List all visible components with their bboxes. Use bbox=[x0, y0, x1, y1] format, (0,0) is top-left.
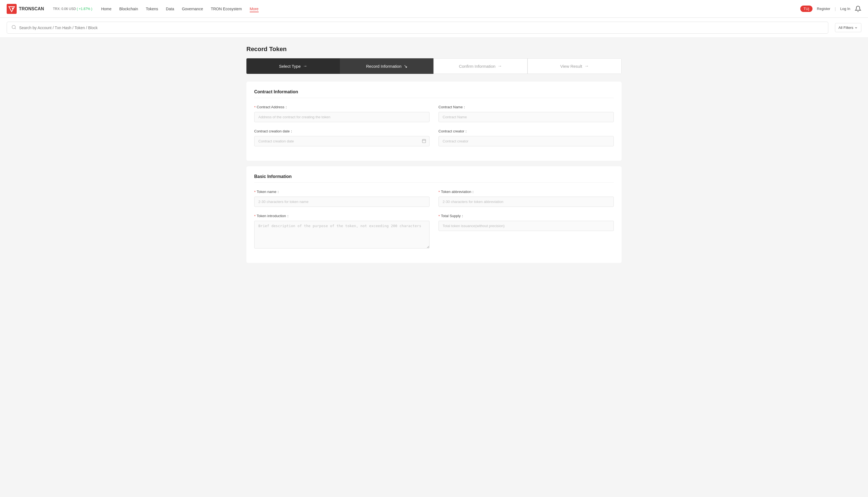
step-4-arrow: → bbox=[584, 63, 589, 69]
register-link[interactable]: Register bbox=[817, 7, 830, 11]
total-supply-group: * Total Supply： bbox=[439, 214, 614, 248]
step-1-label: Select Type bbox=[279, 64, 300, 69]
contract-creator-group: Contract creator： bbox=[439, 129, 614, 146]
step-3-arrow: → bbox=[498, 63, 502, 69]
token-name-label: * Token name： bbox=[254, 189, 429, 194]
step-2-arrow: ↘ bbox=[404, 63, 407, 69]
contract-row-1: * Contract Address： Contract Name： bbox=[254, 105, 614, 122]
contract-address-required: * bbox=[254, 105, 255, 109]
basic-section-title: Basic Information bbox=[254, 174, 614, 183]
contract-address-label: * Contract Address： bbox=[254, 105, 429, 110]
user-badge[interactable]: TUj bbox=[800, 5, 812, 12]
contract-creator-label: Contract creator： bbox=[439, 129, 614, 134]
search-input[interactable] bbox=[19, 26, 824, 30]
svg-rect-0 bbox=[7, 4, 17, 14]
trx-price: TRX: 0.06 USD ( +1.87% ) bbox=[53, 7, 92, 11]
svg-point-3 bbox=[12, 25, 15, 29]
contract-row-2: Contract creation date： bbox=[254, 129, 614, 146]
step-1-arrow: → bbox=[303, 63, 307, 69]
main-content: Record Token Select Type → Record Inform… bbox=[240, 38, 628, 276]
basic-information-section: Basic Information * Token name： * Token … bbox=[246, 166, 622, 263]
total-supply-input[interactable] bbox=[439, 221, 614, 231]
contract-creation-date-group: Contract creation date： bbox=[254, 129, 429, 146]
token-name-required: * bbox=[254, 190, 255, 194]
contract-address-input[interactable] bbox=[254, 112, 429, 122]
step-view-result[interactable]: View Result → bbox=[528, 58, 622, 74]
contract-name-label: Contract Name： bbox=[439, 105, 614, 110]
contract-creation-date-wrap bbox=[254, 136, 429, 146]
login-link[interactable]: Log In bbox=[840, 7, 850, 11]
token-introduction-label: * Token introduction： bbox=[254, 214, 429, 218]
step-3-label: Confirm Information bbox=[459, 64, 496, 69]
chevron-down-icon bbox=[854, 26, 858, 29]
token-abbreviation-input[interactable] bbox=[439, 197, 614, 207]
basic-row-1: * Token name： * Token abbreviation： bbox=[254, 189, 614, 207]
token-abbreviation-label: * Token abbreviation： bbox=[439, 189, 614, 194]
notification-icon[interactable] bbox=[855, 5, 861, 12]
contract-address-group: * Contract Address： bbox=[254, 105, 429, 122]
nav-tokens[interactable]: Tokens bbox=[146, 5, 158, 12]
token-name-group: * Token name： bbox=[254, 189, 429, 207]
page-title: Record Token bbox=[246, 45, 622, 53]
total-supply-required: * bbox=[439, 214, 440, 218]
step-record-information[interactable]: Record Information ↘ bbox=[340, 58, 433, 74]
contract-section-title: Contract Information bbox=[254, 89, 614, 98]
token-introduction-input[interactable] bbox=[254, 221, 429, 248]
nav-home[interactable]: Home bbox=[101, 5, 111, 12]
header-right: TUj Register | Log In bbox=[800, 5, 861, 12]
step-confirm-information[interactable]: Confirm Information → bbox=[433, 58, 528, 74]
main-nav: Home Blockchain Tokens Data Governance T… bbox=[101, 5, 800, 12]
nav-data[interactable]: Data bbox=[166, 5, 174, 12]
search-bar bbox=[7, 22, 828, 33]
step-4-label: View Result bbox=[560, 64, 582, 69]
basic-row-2: * Token introduction： * Total Supply： bbox=[254, 214, 614, 248]
stepper: Select Type → Record Information ↘ Confi… bbox=[246, 58, 622, 74]
nav-governance[interactable]: Governance bbox=[182, 5, 203, 12]
step-select-type[interactable]: Select Type → bbox=[246, 58, 340, 74]
token-name-input[interactable] bbox=[254, 197, 429, 207]
total-supply-label: * Total Supply： bbox=[439, 214, 614, 218]
header-divider: | bbox=[835, 7, 836, 11]
logo-text: TRONSCAN bbox=[19, 6, 44, 11]
contract-creation-date-input[interactable] bbox=[254, 136, 429, 146]
trx-price-block: TRX: 0.06 USD ( +1.87% ) bbox=[53, 7, 92, 11]
token-introduction-required: * bbox=[254, 214, 255, 218]
contract-name-input[interactable] bbox=[439, 112, 614, 122]
search-bar-wrap: All Filters bbox=[0, 18, 868, 38]
token-introduction-group: * Token introduction： bbox=[254, 214, 429, 248]
contract-creation-date-label: Contract creation date： bbox=[254, 129, 429, 134]
contract-creator-input[interactable] bbox=[439, 136, 614, 146]
step-2-label: Record Information bbox=[366, 64, 401, 69]
nav-blockchain[interactable]: Blockchain bbox=[119, 5, 138, 12]
header: TRONSCAN TRX: 0.06 USD ( +1.87% ) Home B… bbox=[0, 0, 868, 18]
logo[interactable]: TRONSCAN bbox=[7, 4, 44, 14]
contract-information-section: Contract Information * Contract Address：… bbox=[246, 82, 622, 161]
nav-tron-ecosystem[interactable]: TRON Ecosystem bbox=[211, 5, 242, 12]
svg-line-4 bbox=[15, 28, 16, 29]
contract-name-group: Contract Name： bbox=[439, 105, 614, 122]
nav-more[interactable]: More bbox=[250, 5, 259, 12]
all-filters-label: All Filters bbox=[839, 26, 853, 30]
logo-icon bbox=[7, 4, 17, 14]
all-filters-button[interactable]: All Filters bbox=[835, 23, 861, 32]
token-abbreviation-required: * bbox=[439, 190, 440, 194]
token-abbreviation-group: * Token abbreviation： bbox=[439, 189, 614, 207]
search-icon bbox=[11, 25, 16, 30]
